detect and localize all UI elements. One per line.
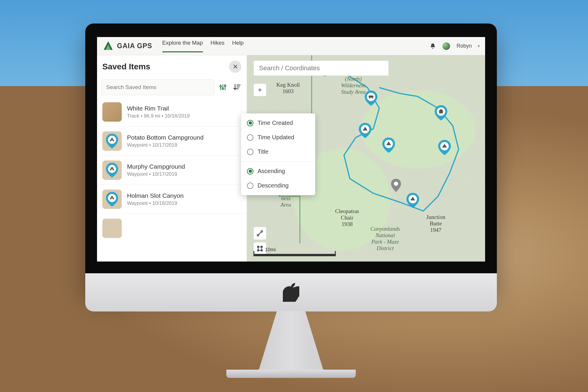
map-label-wilderness: (North)WildernessStudy Area — [341, 76, 365, 95]
scale-bar: 10mi — [253, 247, 336, 256]
radio-icon — [247, 120, 253, 126]
svg-point-4 — [222, 88, 223, 89]
tent-pin-icon — [106, 134, 118, 148]
sort-descending[interactable]: Descending — [241, 178, 315, 193]
map-pin-tent[interactable] — [406, 193, 419, 208]
close-icon: ✕ — [233, 63, 238, 71]
nav-hikes[interactable]: Hikes — [211, 40, 225, 52]
map-pin-tent[interactable] — [438, 140, 451, 155]
sort-label: Ascending — [258, 168, 285, 175]
gaia-logo-icon — [102, 40, 114, 52]
sort-label: Descending — [258, 182, 289, 189]
notification-bell-icon[interactable] — [430, 43, 436, 50]
sort-menu: Time Created Time Updated Title Ascendin… — [241, 113, 315, 195]
map-label-wilderness2: nessArea — [280, 195, 291, 208]
close-button[interactable]: ✕ — [229, 61, 241, 73]
svg-point-5 — [224, 85, 226, 86]
filter-button[interactable] — [217, 82, 228, 93]
top-nav: Explore the Map Hikes Help — [162, 40, 244, 52]
radio-icon — [247, 149, 253, 155]
list-item-meta: Waypoint • 10/17/2019 — [127, 142, 203, 148]
nav-help[interactable]: Help — [232, 40, 243, 52]
panel-title: Saved Items — [102, 62, 150, 71]
saved-items-list[interactable]: White Rim Trail Track • 96.9 mi • 10/16/… — [97, 98, 247, 262]
list-item-title: Holman Slot Canyon — [127, 192, 184, 199]
brand-logo[interactable]: GAIA GPS — [102, 40, 152, 52]
user-avatar[interactable] — [442, 42, 451, 51]
header-right: Robyn ▾ — [430, 42, 480, 51]
map-tool-column: + — [253, 83, 266, 96]
sort-label: Time Created — [258, 120, 293, 126]
list-item-thumbnail — [102, 160, 122, 180]
list-item[interactable]: Murphy Campground Waypoint • 10/17/2019 — [97, 155, 247, 185]
map-pin-house[interactable] — [435, 105, 447, 120]
scale-label: 10mi — [265, 247, 276, 253]
list-item-thumbnail — [102, 102, 122, 122]
list-item-title: Potato Bottom Campground — [127, 134, 203, 141]
list-item-meta: Waypoint • 10/18/2019 — [127, 200, 184, 206]
map-label-cleopatra: CleopatrasChair1938 — [335, 208, 359, 227]
list-item-title: White Rim Trail — [127, 105, 190, 112]
sort-label: Time Updated — [258, 134, 294, 141]
radio-icon — [247, 134, 253, 141]
sort-label: Title — [258, 148, 268, 155]
monitor-chin — [85, 273, 497, 311]
list-item-thumbnail — [102, 190, 122, 209]
svg-rect-15 — [369, 96, 373, 98]
plus-icon: + — [258, 86, 262, 94]
header-bar: GAIA GPS Explore the Map Hikes Help Roby… — [97, 37, 485, 55]
monitor-base — [226, 370, 356, 378]
zoom-in-button[interactable]: + — [253, 83, 266, 96]
nav-explore[interactable]: Explore the Map — [162, 40, 203, 52]
list-item-meta: Track • 96.9 mi • 10/16/2019 — [127, 113, 190, 119]
radio-icon — [247, 168, 253, 175]
list-item[interactable]: Holman Slot Canyon Waypoint • 10/18/2019 — [97, 185, 247, 214]
list-item[interactable]: White Rim Trail Track • 96.9 mi • 10/16/… — [97, 98, 247, 126]
svg-point-17 — [372, 98, 373, 99]
sort-time-created[interactable]: Time Created — [241, 116, 315, 130]
tent-pin-icon — [106, 192, 118, 207]
list-item-thumbnail — [102, 219, 122, 238]
svg-line-25 — [258, 232, 261, 234]
list-item-meta: Waypoint • 10/17/2019 — [127, 171, 185, 177]
route-icon — [257, 230, 263, 237]
saved-items-search-input[interactable] — [101, 79, 214, 95]
sort-time-updated[interactable]: Time Updated — [241, 130, 315, 145]
radio-icon — [247, 182, 253, 189]
list-item[interactable]: Potato Bottom Campground Waypoint • 10/1… — [97, 126, 247, 155]
sort-ascending[interactable]: Ascending — [241, 164, 315, 178]
map-pin-tent[interactable] — [382, 138, 395, 153]
sort-title[interactable]: Title — [241, 145, 315, 159]
map-label-canyonlands: CanyonlandsNationalPark - MazeDistrict — [370, 226, 400, 251]
map-search-input[interactable] — [253, 61, 389, 76]
map-marker-icon[interactable] — [391, 179, 401, 192]
sidebar-search-row — [97, 77, 247, 98]
app-screen: GAIA GPS Explore the Map Hikes Help Roby… — [97, 37, 485, 262]
map-pin-tent[interactable] — [359, 123, 372, 138]
list-item[interactable] — [97, 214, 247, 243]
list-item-title: Murphy Campground — [127, 163, 185, 170]
route-tool-button[interactable] — [253, 227, 266, 240]
sort-icon — [233, 83, 241, 91]
apple-logo-icon — [283, 283, 299, 302]
panel-header: Saved Items ✕ — [97, 55, 247, 77]
svg-point-16 — [369, 98, 370, 99]
chevron-down-icon[interactable]: ▾ — [478, 44, 480, 48]
sidebar-panel: Saved Items ✕ White Rim Trail — [97, 55, 247, 262]
map-label-junction: JunctionButte1947 — [426, 214, 445, 233]
svg-point-3 — [220, 86, 221, 87]
user-name[interactable]: Robyn — [457, 43, 472, 49]
list-item-thumbnail — [102, 131, 122, 151]
map-pin-car[interactable] — [365, 91, 377, 106]
svg-point-13 — [394, 182, 398, 186]
map-label-keg: Keg Knoll1603 — [276, 82, 300, 95]
tent-pin-icon — [106, 163, 118, 177]
sort-button[interactable] — [231, 82, 243, 93]
brand-name: GAIA GPS — [117, 42, 152, 50]
sliders-icon — [219, 83, 227, 91]
